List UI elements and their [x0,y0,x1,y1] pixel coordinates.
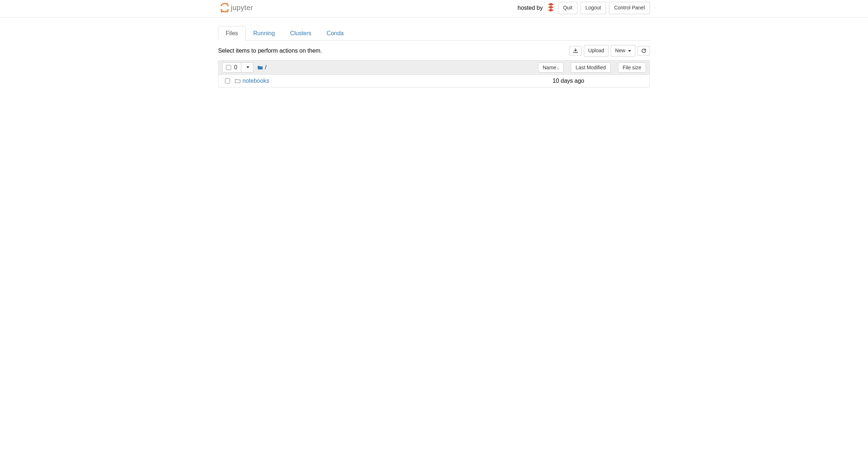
select-all-box[interactable]: 0 [222,62,241,73]
new-dropdown-label: New [615,48,625,53]
breadcrumb-separator: / [265,64,266,71]
item-name-link[interactable]: notebooks [242,78,269,84]
logout-button[interactable]: Logout [580,2,606,14]
tab-files-label: Files [226,30,238,36]
select-menu-button[interactable] [241,62,253,73]
sort-modified-label: Last Modified [576,65,606,70]
tab-conda[interactable]: Conda [319,26,351,41]
sort-size-button[interactable]: File size [618,62,646,73]
svg-marker-3 [548,3,554,6]
selected-count: 0 [234,64,237,71]
refresh-button[interactable] [638,46,650,56]
svg-point-2 [228,11,229,12]
jupyter-logo-text: jupyter [230,4,253,12]
jupyter-logo[interactable]: jupyter [218,3,265,13]
refresh-icon [641,48,646,53]
sort-name-label: Name [543,65,556,70]
control-panel-button[interactable]: Control Panel [609,2,650,14]
tab-clusters-label: Clusters [290,30,311,36]
file-list-body: notebooks 10 days ago [218,75,650,87]
caret-down-icon [628,50,631,52]
caret-down-icon [246,66,249,68]
arrow-down-icon: ↓ [557,66,559,70]
action-hint: Select items to perform actions on them. [218,48,322,54]
tab-bar: Files Running Clusters Conda [218,26,650,41]
download-button[interactable] [569,46,582,56]
item-modified: 10 days ago [553,78,621,84]
tab-running[interactable]: Running [246,26,283,41]
new-dropdown-button[interactable]: New [611,45,635,57]
sort-name-button[interactable]: Name↓ [538,62,564,73]
upload-button[interactable]: Upload [584,45,609,57]
file-list-header: 0 / Name↓ Last Modified File size [218,60,650,75]
jupyter-logo-icon: jupyter [218,3,265,13]
quit-button[interactable]: Quit [558,2,578,14]
breadcrumb: / [257,64,266,71]
tab-conda-label: Conda [327,30,344,36]
hosted-by-label: hosted by [517,5,542,11]
tab-clusters[interactable]: Clusters [282,26,319,41]
download-icon [573,48,578,53]
row-checkbox[interactable] [225,78,230,83]
tab-running-label: Running [253,30,275,36]
select-all-checkbox[interactable] [226,65,231,70]
sort-modified-button[interactable]: Last Modified [571,62,610,73]
folder-home-icon[interactable] [257,64,263,71]
svg-point-1 [221,11,222,13]
svg-marker-4 [548,6,554,9]
header: jupyter hosted by Quit Logout Control Pa… [0,0,868,18]
sort-size-label: File size [623,65,641,70]
host-logo-icon [546,3,555,13]
folder-outline-icon [233,78,242,84]
list-item: notebooks 10 days ago [218,75,650,87]
svg-marker-5 [548,9,554,12]
tab-files[interactable]: Files [218,26,246,41]
